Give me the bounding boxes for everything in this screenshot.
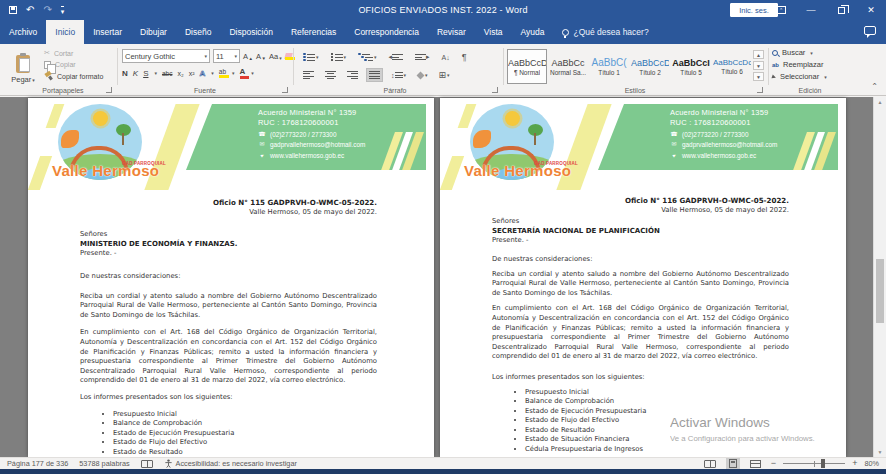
web-layout-button[interactable]	[747, 459, 764, 469]
tab-diseno[interactable]: Diseño	[176, 20, 220, 44]
print-layout-button[interactable]	[726, 458, 740, 469]
tab-correspondencia[interactable]: Correspondencia	[345, 20, 428, 44]
comments-icon[interactable]	[864, 26, 876, 35]
strikethrough-button[interactable]: abc	[162, 70, 172, 77]
zoom-slider[interactable]	[783, 463, 845, 464]
tab-vista[interactable]: Vista	[475, 20, 512, 44]
style-normal[interactable]: AaBbCcD¶ Normal	[507, 49, 547, 84]
sort-button[interactable]: A↓	[439, 51, 453, 64]
paragraph-dialog-launcher[interactable]	[492, 87, 498, 93]
zoom-in-button[interactable]: +	[852, 459, 857, 468]
text-effects-button[interactable]: A	[200, 69, 206, 78]
clipboard-dialog-launcher[interactable]	[106, 87, 112, 93]
font-color-button[interactable]: A	[240, 67, 246, 79]
style-titulo-2[interactable]: AaBbCcDTítulo 2	[630, 49, 670, 84]
tell-me-label: ¿Qué desea hacer?	[574, 27, 649, 37]
group-separator	[117, 48, 118, 85]
vertical-scrollbar[interactable]: ▲ ▼	[873, 97, 886, 457]
bullet-item: Balance de Comprobación	[113, 419, 377, 429]
word-count[interactable]: 53788 palabras	[79, 459, 129, 468]
style-titulo-1[interactable]: AaBbC(Título 1	[589, 49, 629, 84]
proofing-icon[interactable]	[141, 460, 153, 468]
save-icon[interactable]	[9, 6, 17, 14]
tab-revisar[interactable]: Revisar	[428, 20, 475, 44]
scroll-down-icon[interactable]: ▼	[874, 447, 886, 457]
undo-icon[interactable]: ↶	[26, 5, 34, 15]
copy-button[interactable]: Copiar	[44, 61, 103, 69]
page-indicator[interactable]: Página 177 de 336	[7, 459, 68, 468]
greeting-line: De nuestras consideraciones:	[492, 255, 789, 265]
minimize-button[interactable]: —	[796, 0, 826, 20]
zoom-level[interactable]: 80%	[864, 459, 879, 468]
grow-font-button[interactable]: A▲	[243, 52, 253, 61]
subscript-button[interactable]: x₂	[177, 70, 183, 77]
redo-icon[interactable]: ↷	[43, 5, 51, 15]
replace-button[interactable]: abReemplazar	[772, 60, 827, 69]
increase-indent-button[interactable]: ▸	[412, 50, 433, 64]
bullets-button[interactable]: ▾	[300, 51, 322, 64]
clipboard-icon	[16, 55, 30, 73]
superscript-button[interactable]: x²	[189, 70, 195, 77]
tab-disposicion[interactable]: Disposición	[220, 20, 281, 44]
zoom-out-button[interactable]: −	[771, 459, 776, 468]
scissors-icon: ✂	[44, 49, 50, 57]
styles-scroll-up[interactable]: ▲	[753, 50, 764, 59]
ribbon-display-options-button[interactable]: ⌃	[766, 0, 796, 20]
scroll-up-icon[interactable]: ▲	[874, 97, 886, 107]
justify-icon	[369, 71, 380, 80]
page-right[interactable]: Acuerdo Ministerial N° 1359 RUC : 176812…	[440, 98, 846, 457]
styles-more-button[interactable]: ▼	[753, 72, 764, 81]
zoom-slider-thumb[interactable]	[821, 459, 825, 468]
borders-button[interactable]: ⊞▾	[436, 67, 453, 83]
line-spacing-button[interactable]: ↕▾	[388, 69, 409, 82]
style-titulo-5[interactable]: AaBbCcITítulo 5	[671, 49, 711, 84]
tab-ayuda[interactable]: Ayuda	[512, 20, 554, 44]
read-mode-button[interactable]	[701, 459, 719, 469]
highlight-color-button[interactable]: ab	[219, 68, 226, 78]
tab-insertar[interactable]: Insertar	[84, 20, 131, 44]
align-right-button[interactable]	[344, 68, 361, 83]
close-button[interactable]: ✕	[856, 0, 886, 20]
select-button[interactable]: Seleccionar▾	[772, 72, 827, 81]
align-left-button[interactable]	[300, 68, 317, 83]
customize-qat-icon[interactable]: ▾	[61, 6, 65, 15]
multilevel-list-button[interactable]: ▾	[355, 51, 380, 64]
clipboard-small-buttons: ✂Cortar Copiar Copiar formato	[44, 49, 103, 81]
styles-scroll-down[interactable]: ▼	[753, 61, 764, 70]
align-center-button[interactable]	[322, 68, 339, 83]
letter-content: Oficio N° 116 GADPRVH-O-WMC-05-2022. Val…	[492, 98, 789, 455]
cursor-icon	[771, 74, 776, 79]
tab-referencias[interactable]: Referencias	[282, 20, 345, 44]
page-left[interactable]: Acuerdo Ministerial N° 1359 RUC : 176812…	[28, 98, 434, 457]
shrink-font-button[interactable]: A▼	[256, 52, 266, 61]
font-family-combo[interactable]: Century Gothic▾	[122, 49, 210, 63]
justify-button[interactable]	[366, 68, 383, 83]
change-case-button[interactable]: Aa▾	[269, 52, 282, 61]
font-size-combo[interactable]: 11▾	[213, 49, 240, 63]
tab-dibujar[interactable]: Dibujar	[131, 20, 176, 44]
collapse-ribbon-icon[interactable]: ⌃	[871, 82, 878, 91]
format-painter-button[interactable]: Copiar formato	[44, 72, 103, 81]
style-titulo-6[interactable]: AaBbCcDcTítulo 6	[712, 49, 752, 84]
tab-inicio[interactable]: Inicio	[46, 20, 84, 44]
addressee-block: Señores MINISTERIO DE ECONOMÍA Y FINANZA…	[80, 230, 377, 259]
tell-me-box[interactable]: ¿Qué desea hacer?	[554, 20, 657, 44]
bold-button[interactable]: N	[122, 69, 128, 78]
scrollbar-thumb[interactable]	[876, 259, 884, 323]
decrease-indent-button[interactable]: ◂	[386, 50, 407, 64]
tab-archivo[interactable]: Archivo	[0, 20, 46, 44]
underline-button[interactable]: S	[143, 69, 148, 78]
restore-button[interactable]	[826, 0, 856, 20]
font-dialog-launcher[interactable]	[282, 87, 288, 93]
show-paragraph-marks-button[interactable]: ¶	[459, 49, 470, 65]
numbering-button[interactable]: ▾	[328, 51, 350, 64]
styles-dialog-launcher[interactable]	[757, 87, 763, 93]
find-button[interactable]: Buscar▾	[772, 48, 827, 57]
accessibility-checker[interactable]: Accesibilidad: es necesario investigar	[164, 459, 297, 468]
paste-button[interactable]: Pegar▾	[6, 47, 40, 91]
italic-button[interactable]: K	[133, 69, 138, 78]
cut-button[interactable]: ✂Cortar	[44, 49, 103, 57]
shading-button[interactable]: ▾	[414, 69, 431, 82]
style-normal-sa[interactable]: AaBbCcNormal Sa...	[548, 49, 588, 84]
clear-formatting-button[interactable]	[285, 53, 292, 60]
